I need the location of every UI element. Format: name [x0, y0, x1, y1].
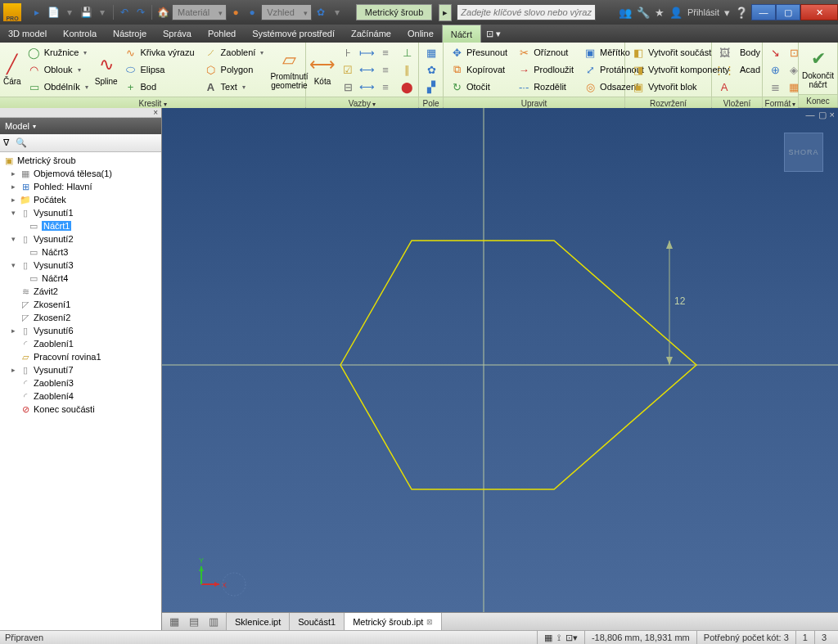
dt-i3[interactable]: ▥: [205, 614, 223, 630]
prodlouzit-button[interactable]: →Prodloužit: [514, 61, 577, 78]
browser-close-icon[interactable]: ×: [0, 108, 161, 118]
tab-online[interactable]: Online: [399, 25, 442, 43]
search-input[interactable]: [457, 4, 596, 20]
tree-v1[interactable]: ▾▯Vysunutí1: [0, 206, 161, 219]
app-logo[interactable]: PRO: [3, 3, 21, 21]
polygon-button[interactable]: ⬡Polygon: [201, 61, 268, 78]
filter-icon[interactable]: ∇: [3, 137, 9, 148]
tree-zk1[interactable]: ◸Zkosení1: [0, 298, 161, 311]
tree-za4[interactable]: ◜Zaoblení4: [0, 390, 161, 403]
maximize-button[interactable]: ▢: [776, 4, 800, 20]
spline-button[interactable]: ∿Spline: [95, 44, 118, 95]
pole-rect-icon[interactable]: ▦: [422, 44, 440, 61]
signin-link[interactable]: Přihlásit: [687, 7, 719, 17]
new-icon[interactable]: ▾: [62, 5, 77, 20]
document-title-next[interactable]: ▸: [439, 4, 452, 21]
tree-pohled[interactable]: ▸⊞Pohled: Hlavní: [0, 180, 161, 193]
canvas-min-icon[interactable]: —: [806, 110, 815, 120]
canvas-max-icon[interactable]: ▢: [818, 110, 827, 120]
browser-header[interactable]: Model: [0, 118, 161, 134]
pole-circ-icon[interactable]: ✿: [422, 61, 440, 78]
sb-i3[interactable]: ⊡▾: [565, 633, 578, 643]
tree-n4[interactable]: ▭Náčrt4: [0, 272, 161, 285]
close-button[interactable]: ✕: [800, 4, 838, 20]
star-icon[interactable]: ★: [655, 7, 665, 19]
obdelnik-button[interactable]: ▭Obdélník: [25, 79, 92, 95]
tree-v6[interactable]: ▸▯Vysunutí6: [0, 324, 161, 337]
c-auto-icon[interactable]: ☑: [339, 61, 357, 78]
file-icon[interactable]: 📄: [46, 5, 61, 20]
help-icon[interactable]: ❔: [735, 7, 748, 19]
key-icon[interactable]: 🔧: [637, 7, 650, 19]
tab-extra[interactable]: ⊡ ▾: [481, 25, 506, 43]
tree-konec[interactable]: ⊘Konec součásti: [0, 403, 161, 416]
zaobleni-button[interactable]: ⟋Zaoblení: [201, 44, 268, 61]
save-icon[interactable]: 💾: [79, 5, 93, 20]
settings-icon[interactable]: ✿: [313, 5, 328, 20]
sb-i2[interactable]: ⟟: [557, 633, 561, 643]
tree-v2[interactable]: ▾▯Vysunutí2: [0, 232, 161, 245]
doc-tab-close-icon[interactable]: ⊠: [426, 618, 433, 626]
c-eq-icon[interactable]: ⟷: [358, 61, 376, 78]
tab-systemove[interactable]: Systémové prostředí: [244, 25, 343, 43]
dt-i2[interactable]: ▤: [185, 614, 203, 630]
tree-za3[interactable]: ◜Zaoblení3: [0, 376, 161, 390]
redo-icon[interactable]: ↷: [133, 5, 148, 20]
bod-button[interactable]: +Bod: [121, 79, 198, 95]
fmt3-icon[interactable]: ⊕: [766, 61, 784, 78]
rozdelit-button[interactable]: -∙-Rozdělit: [514, 79, 577, 95]
tree-telesa[interactable]: ▸▦Objemová tělesa(1): [0, 167, 161, 180]
dt-i1[interactable]: ▦: [165, 614, 183, 630]
save-dd-icon[interactable]: ▾: [95, 5, 110, 20]
canvas-close-icon[interactable]: ×: [830, 110, 835, 120]
otocit-button[interactable]: ↻Otočit: [447, 79, 511, 95]
kruznice-button[interactable]: ◯Kružnice: [25, 44, 92, 61]
drawing-canvas[interactable]: SHORA 12 X Y: [162, 108, 838, 612]
tree-pocatek[interactable]: ▸📁Počátek: [0, 193, 161, 206]
c-set-icon[interactable]: ≡: [376, 61, 394, 78]
c-dim-icon[interactable]: ⟼: [358, 44, 376, 61]
c-horizontal-icon[interactable]: ⊦: [339, 44, 357, 61]
tree-zavit[interactable]: ≋Závit2: [0, 285, 161, 298]
users-icon[interactable]: 👥: [619, 7, 632, 19]
dokoncit-button[interactable]: ✔Dokončit náčrt: [802, 44, 834, 92]
tab-sprava[interactable]: Správa: [155, 25, 200, 43]
text-button[interactable]: AText: [201, 79, 268, 95]
body-button[interactable]: Body: [737, 44, 764, 61]
tab-nacrt[interactable]: Náčrt: [442, 25, 481, 43]
tree-zk2[interactable]: ◸Zkosení2: [0, 311, 161, 324]
appearance-dropdown[interactable]: Vzhled: [261, 4, 312, 20]
ball2-icon[interactable]: ●: [245, 5, 259, 20]
doc-tab-0[interactable]: Sklenice.ipt: [227, 613, 290, 630]
tab-pohled[interactable]: Pohled: [200, 25, 244, 43]
tree-n3[interactable]: ▭Náčrt3: [0, 245, 161, 259]
tree-za1[interactable]: ◜Zaoblení1: [0, 337, 161, 350]
kota-button[interactable]: ⟷Kóta: [309, 44, 336, 95]
sb-i1[interactable]: ▦: [544, 633, 552, 643]
fmt5-icon[interactable]: ≣: [766, 79, 784, 95]
ball1-icon[interactable]: ●: [228, 5, 243, 20]
promitnout-button[interactable]: ▱Promítnutí geometrie: [270, 44, 308, 95]
cara-button[interactable]: ╱Čára: [3, 44, 21, 95]
v-par-icon[interactable]: ∥: [398, 61, 416, 78]
document-title-tab[interactable]: Metrický šroub: [356, 4, 433, 20]
c-ref-icon[interactable]: ⟷: [358, 79, 376, 95]
open-icon[interactable]: ▸: [29, 5, 44, 20]
tree-v7[interactable]: ▸▯Vysunutí7: [0, 363, 161, 376]
acad-ico[interactable]: A: [715, 79, 733, 95]
tree-n1[interactable]: ▭Náčrt1: [0, 219, 161, 232]
qat-dd-icon[interactable]: ▾: [330, 5, 345, 20]
elipsa-button[interactable]: ⬭Elipsa: [121, 61, 198, 78]
c-show-icon[interactable]: ≡: [376, 44, 394, 61]
doc-tab-1[interactable]: Součást1: [290, 613, 345, 630]
pts-icon[interactable]: ⋮⋮: [715, 61, 733, 78]
v-perp-icon[interactable]: ⊥: [398, 44, 416, 61]
person-icon[interactable]: 👤: [669, 7, 683, 19]
doc-tab-2[interactable]: Metrický šroub.ipt⊠: [345, 613, 442, 630]
kopirovat-button[interactable]: ⧉Kopírovat: [447, 61, 511, 78]
presunout-button[interactable]: ✥Přesunout: [447, 44, 511, 61]
signin-dd-icon[interactable]: ▾: [724, 7, 730, 19]
fmt1-icon[interactable]: ↘: [766, 44, 784, 61]
acad-button[interactable]: Acad: [737, 61, 764, 78]
c-tol-icon[interactable]: ⊟: [339, 79, 357, 95]
